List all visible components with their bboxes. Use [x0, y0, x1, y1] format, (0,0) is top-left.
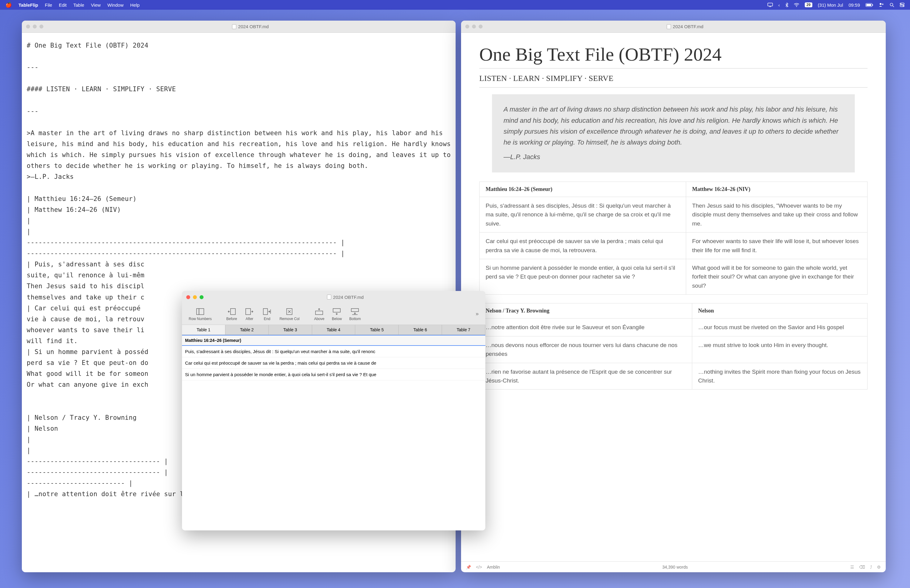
menu-file[interactable]: File: [45, 2, 52, 8]
code-icon[interactable]: </>: [476, 565, 482, 570]
apple-logo-icon[interactable]: 🍎: [5, 2, 12, 8]
minimize-button[interactable]: [193, 295, 197, 299]
tool-before[interactable]: Before: [223, 307, 240, 321]
table-cell[interactable]: Car celui qui est préoccupé de sauver sa…: [182, 357, 485, 369]
menu-edit[interactable]: Edit: [59, 2, 67, 8]
maximize-button[interactable]: [39, 24, 44, 29]
table-cell[interactable]: Puis, s'adressant à ses disciples, Jésus…: [182, 346, 485, 357]
bluetooth-icon[interactable]: [785, 2, 789, 7]
menu-window[interactable]: Window: [107, 2, 123, 8]
preview-window: 2024 OBTF.md One Big Text File (OBTF) 20…: [461, 21, 886, 572]
svg-rect-18: [316, 311, 323, 315]
menu-view[interactable]: View: [91, 2, 101, 8]
insert-end-icon: [262, 307, 272, 316]
tool-below[interactable]: Below: [329, 307, 345, 321]
svg-rect-19: [333, 309, 340, 312]
svg-point-7: [890, 3, 893, 6]
menubar: 🍎 TableFlip File Edit Table View Window …: [0, 0, 910, 10]
tab-table-5[interactable]: Table 5: [355, 325, 398, 334]
doc-icon: [667, 24, 671, 29]
tableflip-titlebar[interactable]: 2024 OBTF.md: [182, 291, 485, 303]
eraser-icon[interactable]: ⌫: [859, 565, 865, 570]
row-numbers-icon: [195, 307, 206, 316]
insert-below-icon: [332, 307, 342, 316]
toolbar-overflow-icon[interactable]: »: [473, 311, 482, 317]
editor-titlebar[interactable]: 2024 OBTF.md: [22, 21, 456, 33]
chevron-left-icon[interactable]: ‹: [778, 2, 780, 8]
time-text[interactable]: 09:59: [848, 2, 860, 8]
tab-table-6[interactable]: Table 6: [398, 325, 442, 334]
blockquote: A master in the art of living draws no s…: [492, 94, 855, 172]
table-column-header[interactable]: Matthieu 16:24–26 (Semeur): [182, 335, 485, 346]
svg-rect-13: [199, 309, 204, 315]
screen-mirror-icon[interactable]: [768, 3, 773, 7]
preview-content[interactable]: One Big Text File (OBTF) 2024 LISTEN · L…: [461, 33, 886, 561]
tool-end[interactable]: End: [259, 307, 275, 321]
menu-table[interactable]: Table: [73, 2, 84, 8]
tableflip-toolbar: Row Numbers Before After End Remove Col …: [182, 303, 485, 325]
quote-text: A master in the art of living draws no s…: [504, 104, 843, 148]
table-row: Si un homme parvient à posséder le monde…: [479, 259, 868, 294]
remove-col-icon: [284, 307, 295, 316]
preview-statusbar: 📌 </> Amblin 34,390 words ☰ ⌫ ⤴ ⚙: [461, 561, 886, 572]
svg-point-11: [903, 5, 904, 6]
close-button[interactable]: [186, 295, 190, 299]
menu-help[interactable]: Help: [130, 2, 139, 8]
tab-table-3[interactable]: Table 3: [269, 325, 312, 334]
tool-remove-col[interactable]: Remove Col: [276, 307, 303, 321]
wifi-icon[interactable]: [794, 3, 799, 7]
table-cell[interactable]: Si un homme parvient à posséder le monde…: [182, 369, 485, 380]
svg-point-9: [900, 3, 902, 4]
table-row: …rien ne favorise autant la présence de …: [479, 363, 868, 389]
tab-table-7[interactable]: Table 7: [442, 325, 485, 334]
table-content[interactable]: Matthieu 16:24–26 (Semeur) Puis, s'adres…: [182, 335, 485, 530]
svg-rect-4: [873, 4, 873, 6]
control-center-icon[interactable]: [900, 3, 905, 7]
tableflip-title: 2024 OBTF.md: [333, 295, 364, 300]
doc-icon: [232, 24, 236, 29]
insert-bottom-icon: [350, 307, 360, 316]
svg-rect-20: [351, 309, 359, 312]
share-icon[interactable]: ⤴: [870, 565, 872, 570]
minimize-button[interactable]: [33, 24, 37, 29]
tool-after[interactable]: After: [241, 307, 257, 321]
svg-rect-15: [246, 309, 251, 315]
battery-icon[interactable]: [865, 3, 873, 7]
maximize-button[interactable]: [199, 295, 204, 299]
svg-point-5: [880, 3, 881, 5]
tab-table-2[interactable]: Table 2: [225, 325, 269, 334]
close-button[interactable]: [26, 24, 30, 29]
gear-icon[interactable]: ⚙: [877, 565, 881, 570]
list-icon[interactable]: ☰: [850, 565, 854, 570]
preview-title: 2024 OBTF.md: [673, 24, 703, 29]
table-header: Nelson: [692, 304, 867, 318]
close-button[interactable]: [465, 24, 469, 29]
insert-before-icon: [227, 307, 237, 316]
subtitle: LISTEN · LEARN · SIMPLIFY · SERVE: [479, 74, 868, 83]
tool-row-numbers[interactable]: Row Numbers: [186, 307, 215, 321]
preview-titlebar[interactable]: 2024 OBTF.md: [461, 21, 886, 33]
bible-table: Matthieu 16:24–26 (Semeur) Matthew 16:24…: [479, 181, 868, 295]
date-text[interactable]: (31) Mon Jul: [818, 2, 843, 8]
table-header: Matthieu 16:24–26 (Semeur): [479, 181, 686, 197]
minimize-button[interactable]: [472, 24, 476, 29]
svg-rect-0: [768, 3, 772, 6]
app-name[interactable]: TableFlip: [18, 2, 38, 8]
user-switch-icon[interactable]: [879, 3, 884, 7]
table-row: Puis, s'adressant à ses disciples, Jésus…: [479, 197, 868, 232]
svg-point-6: [882, 4, 884, 5]
table-row: …nous devons nous efforcer de nous tourn…: [479, 336, 868, 363]
tool-above[interactable]: Above: [311, 307, 327, 321]
calendar-badge[interactable]: 29: [805, 2, 812, 7]
maximize-button[interactable]: [479, 24, 483, 29]
tab-table-1[interactable]: Table 1: [182, 325, 225, 334]
table-header: Matthew 16:24–26 (NIV): [686, 181, 867, 197]
theme-name[interactable]: Amblin: [487, 565, 500, 570]
svg-rect-14: [230, 309, 235, 315]
pin-icon[interactable]: 📌: [466, 565, 471, 570]
spotlight-icon[interactable]: [890, 3, 894, 7]
doc-icon: [327, 295, 331, 299]
tab-table-4[interactable]: Table 4: [312, 325, 356, 334]
tool-bottom[interactable]: Bottom: [346, 307, 364, 321]
table-tabs: Table 1 Table 2 Table 3 Table 4 Table 5 …: [182, 325, 485, 335]
